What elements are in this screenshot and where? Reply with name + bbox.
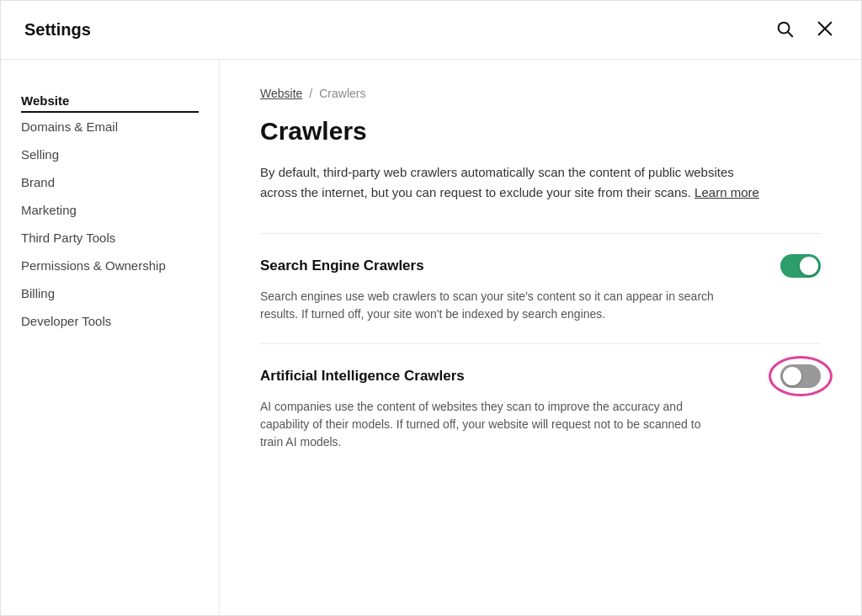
- close-icon: [816, 19, 834, 38]
- section-header-ai: Artificial Intelligence Crawlers: [260, 364, 821, 388]
- breadcrumb: Website / Crawlers: [260, 87, 821, 100]
- search-crawlers-toggle-wrapper: [780, 254, 821, 278]
- breadcrumb-current: Crawlers: [319, 87, 365, 100]
- search-crawlers-toggle-thumb: [800, 257, 818, 275]
- ai-crawlers-section: Artificial Intelligence Crawlers AI comp…: [260, 343, 821, 471]
- app-window: Settings Website Domains & Email Selling: [0, 0, 862, 616]
- sidebar-item-domains-email[interactable]: Domains & Email: [21, 113, 199, 141]
- svg-line-1: [788, 32, 792, 36]
- ai-crawlers-toggle-thumb: [783, 367, 801, 385]
- sidebar-item-developer-tools[interactable]: Developer Tools: [21, 307, 199, 335]
- breadcrumb-parent[interactable]: Website: [260, 87, 302, 100]
- search-crawlers-label: Search Engine Crawlers: [260, 258, 424, 274]
- page-title: Crawlers: [260, 117, 821, 146]
- sidebar-item-selling[interactable]: Selling: [21, 141, 199, 168]
- learn-more-link[interactable]: Learn more: [694, 185, 759, 199]
- ai-crawlers-label: Artificial Intelligence Crawlers: [260, 368, 465, 385]
- sidebar-item-marketing[interactable]: Marketing: [21, 196, 199, 224]
- search-icon: [775, 19, 794, 38]
- sidebar-item-brand[interactable]: Brand: [21, 168, 199, 196]
- sidebar-item-permissions-ownership[interactable]: Permissions & Ownership: [21, 252, 199, 279]
- ai-crawlers-description: AI companies use the content of websites…: [260, 398, 723, 451]
- header: Settings: [1, 1, 861, 60]
- sidebar-item-website[interactable]: Website: [21, 87, 199, 113]
- sidebar-item-billing[interactable]: Billing: [21, 279, 199, 307]
- sidebar: Website Domains & Email Selling Brand Ma…: [1, 60, 220, 615]
- search-engine-crawlers-section: Search Engine Crawlers Search engines us…: [260, 233, 821, 343]
- search-button[interactable]: [772, 16, 797, 44]
- header-icons: [772, 16, 838, 44]
- body: Website Domains & Email Selling Brand Ma…: [1, 60, 861, 615]
- description: By default, third-party web crawlers aut…: [260, 162, 765, 203]
- search-crawlers-description: Search engines use web crawlers to scan …: [260, 288, 723, 323]
- ai-crawlers-toggle[interactable]: [780, 364, 821, 388]
- breadcrumb-separator: /: [309, 87, 312, 100]
- ai-crawlers-toggle-wrapper: [780, 364, 821, 388]
- settings-title: Settings: [24, 20, 91, 40]
- close-button[interactable]: [812, 16, 838, 44]
- sidebar-item-third-party-tools[interactable]: Third Party Tools: [21, 224, 199, 252]
- ai-toggle-container: [780, 364, 821, 388]
- main-content: Website / Crawlers Crawlers By default, …: [220, 60, 861, 615]
- search-crawlers-toggle[interactable]: [780, 254, 821, 278]
- section-header-search: Search Engine Crawlers: [260, 254, 821, 278]
- description-text: By default, third-party web crawlers aut…: [260, 165, 734, 199]
